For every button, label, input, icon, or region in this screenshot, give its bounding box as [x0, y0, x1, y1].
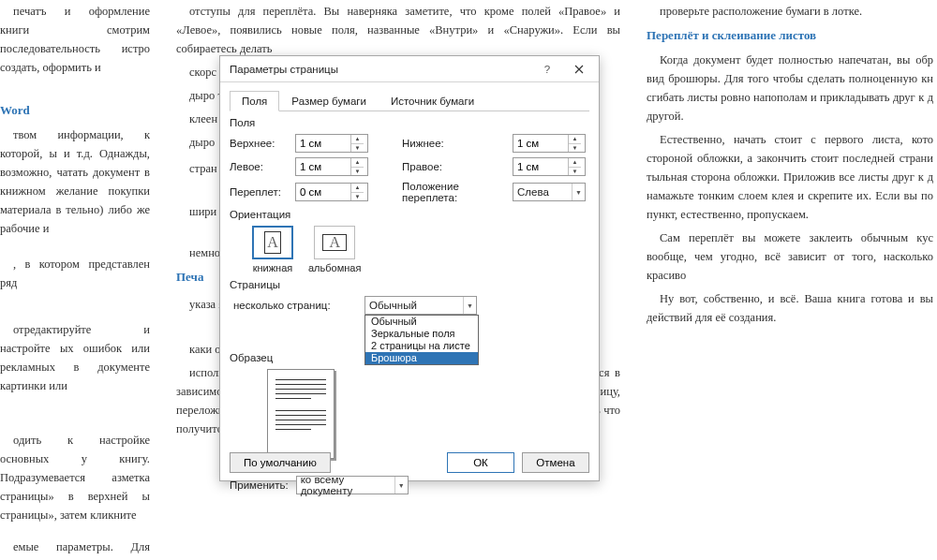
orientation-row: A книжная A альбомная	[230, 226, 589, 273]
chevron-up-icon[interactable]: ▲	[351, 158, 364, 168]
gutter-position-select[interactable]: Слева ▼	[513, 183, 586, 201]
tab-row: Поля Размер бумаги Источник бумаги	[230, 90, 589, 111]
top-margin-input[interactable]: ▲▼	[295, 134, 368, 153]
help-icon: ?	[544, 64, 550, 75]
orientation-landscape[interactable]: A альбомная	[308, 226, 361, 273]
orientation-portrait[interactable]: A книжная	[252, 226, 293, 273]
doc-column-left: печатъ и оформление книги смотрим послед…	[0, 0, 150, 560]
left-margin-input[interactable]: ▲▼	[295, 157, 368, 176]
para: отступы для переплёта. Вы наверняка заме…	[176, 2, 620, 58]
landscape-label: альбомная	[308, 262, 361, 273]
close-icon	[574, 65, 584, 74]
landscape-icon: A	[314, 226, 355, 259]
pages-label: Страницы	[230, 279, 589, 290]
left-label: Левое:	[230, 161, 288, 172]
gutter-label: Переплет:	[230, 186, 288, 198]
tab-margins[interactable]: Поля	[230, 91, 279, 111]
para: Ну вот, собственно, и всё. Ваша книга го…	[647, 289, 933, 327]
right-margin-input[interactable]: ▲▼	[513, 157, 586, 176]
page-setup-dialog: Параметры страницы ? Поля Размер бумаги …	[219, 55, 600, 481]
dropdown-option-normal[interactable]: Обычный	[365, 316, 478, 328]
portrait-icon: A	[252, 226, 293, 259]
top-margin-value[interactable]	[296, 135, 350, 152]
gutter-position-value: Слева	[517, 186, 572, 198]
doc-column-right: проверьте расположение бумаги в лотке. П…	[647, 0, 937, 560]
help-button[interactable]: ?	[531, 59, 563, 80]
dialog-titlebar[interactable]: Параметры страницы ?	[220, 56, 599, 82]
multipage-dropdown: Обычный Зеркальные поля 2 страницы на ли…	[364, 315, 479, 365]
multipage-value: Обычный	[369, 300, 463, 311]
chevron-up-icon[interactable]: ▲	[569, 135, 581, 144]
para: одить к настройке основных у книгу. Подр…	[0, 431, 150, 524]
spin-buttons[interactable]: ▲▼	[568, 158, 581, 175]
margins-group-label: Поля	[230, 117, 589, 128]
para: печатъ и оформление книги смотрим послед…	[0, 2, 150, 77]
default-button[interactable]: По умолчанию	[230, 452, 331, 473]
para: Когда документ будет полностью напечатан…	[647, 51, 933, 125]
chevron-up-icon[interactable]: ▲	[569, 158, 581, 168]
close-button[interactable]	[563, 59, 595, 80]
gutterpos-label: Положение переплета:	[402, 181, 505, 203]
left-margin-value[interactable]	[296, 158, 350, 175]
gutter-value[interactable]	[296, 184, 350, 200]
right-margin-value[interactable]	[513, 158, 568, 175]
spin-buttons[interactable]: ▲▼	[350, 135, 364, 152]
chevron-down-icon[interactable]: ▼	[569, 144, 581, 153]
dropdown-option-mirror[interactable]: Зеркальные поля	[365, 328, 478, 340]
para: отредактируйте и настройте ых ошибок или…	[0, 320, 150, 395]
multipage-label: несколько страниц:	[233, 300, 353, 311]
dropdown-option-2pages[interactable]: 2 страницы на листе	[365, 340, 478, 352]
bottom-margin-input[interactable]: ▲▼	[513, 134, 586, 153]
cancel-button[interactable]: Отмена	[522, 452, 589, 473]
multipage-select[interactable]: Обычный ▼ Обычный Зеркальные поля 2 стра…	[364, 296, 477, 315]
para: проверьте расположение бумаги в лотке.	[647, 2, 933, 21]
chevron-down-icon[interactable]: ▼	[569, 168, 581, 176]
dropdown-option-booklet[interactable]: Брошюра	[365, 352, 478, 364]
bottom-label: Нижнее:	[402, 138, 505, 149]
spin-buttons[interactable]: ▲▼	[568, 135, 581, 152]
para: Естественно, начать стоит с первого лист…	[647, 130, 933, 224]
para: Сам переплёт вы можете заклеить обычным …	[647, 228, 933, 285]
heading: Word	[0, 101, 150, 121]
chevron-up-icon[interactable]: ▲	[351, 184, 364, 193]
chevron-down-icon: ▼	[572, 184, 585, 200]
pages-row: несколько страниц: Обычный ▼ Обычный Зер…	[230, 296, 589, 315]
right-label: Правое:	[402, 161, 505, 172]
gutter-input[interactable]: ▲▼	[295, 183, 368, 201]
spin-buttons[interactable]: ▲▼	[350, 184, 364, 200]
dialog-footer: По умолчанию ОК Отмена	[220, 445, 599, 480]
tab-paper-size[interactable]: Размер бумаги	[279, 91, 379, 111]
chevron-down-icon: ▼	[463, 297, 476, 314]
orientation-label: Ориентация	[230, 209, 589, 220]
para: емые параметры. Для начала ющем меню под…	[0, 538, 150, 560]
heading: Переплёт и склеивание листов	[647, 26, 933, 46]
margins-grid: Верхнее: ▲▼ Нижнее: ▲▼ Левое: ▲▼ Правое:…	[230, 134, 589, 203]
spin-buttons[interactable]: ▲▼	[350, 158, 364, 175]
dialog-title: Параметры страницы	[230, 64, 531, 75]
chevron-down-icon[interactable]: ▼	[351, 193, 364, 201]
chevron-up-icon[interactable]: ▲	[351, 135, 364, 144]
para: твом информации, к которой, ы и т.д. Одн…	[0, 125, 150, 238]
portrait-label: книжная	[253, 262, 293, 273]
top-label: Верхнее:	[230, 138, 288, 149]
chevron-down-icon[interactable]: ▼	[351, 168, 364, 176]
ok-button[interactable]: ОК	[447, 452, 514, 473]
bottom-margin-value[interactable]	[513, 135, 568, 152]
apply-label: Применить:	[230, 479, 289, 491]
chevron-down-icon[interactable]: ▼	[351, 144, 364, 153]
para: , в котором представлен ряд	[0, 255, 150, 292]
tab-paper-source[interactable]: Источник бумаги	[379, 91, 486, 111]
